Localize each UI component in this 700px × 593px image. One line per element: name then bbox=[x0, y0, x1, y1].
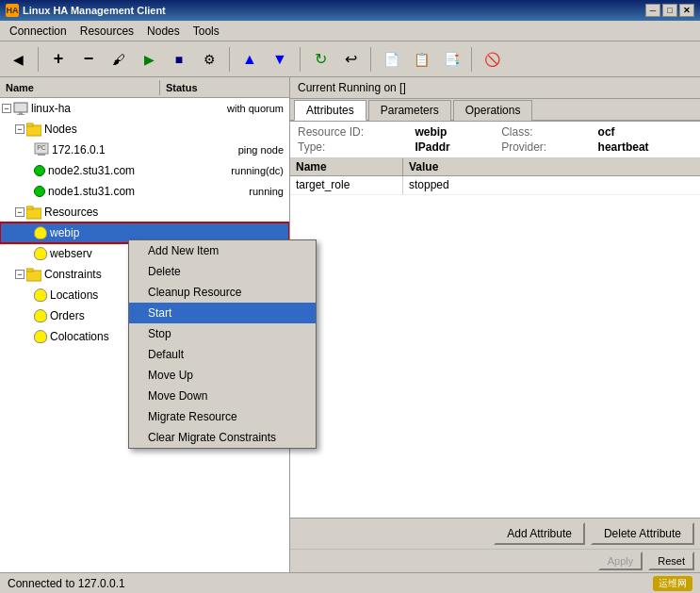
tree-status-node1: running bbox=[249, 186, 287, 197]
context-menu-stop[interactable]: Stop bbox=[129, 323, 316, 344]
context-menu-cleanup-resource[interactable]: Cleanup Resource bbox=[129, 282, 316, 303]
svg-rect-10 bbox=[26, 271, 41, 281]
tree-item-node2[interactable]: node2.stu31.com running(dc) bbox=[0, 160, 289, 181]
toolbar-cog-button[interactable]: ⚙ bbox=[195, 46, 223, 73]
toolbar-down-button[interactable]: ▼ bbox=[266, 46, 294, 73]
context-menu-move-down[interactable]: Move Down bbox=[129, 386, 316, 406]
menu-bar: Connection Resources Nodes Tools bbox=[0, 21, 700, 41]
tree-item-nodes[interactable]: − Nodes bbox=[0, 119, 289, 140]
toolbar-refresh-button[interactable]: ↻ bbox=[306, 46, 334, 73]
title-bar-left: HA Linux HA Management Client bbox=[6, 4, 166, 17]
tree-status-node2: running(dc) bbox=[231, 165, 287, 176]
tree-item-resources[interactable]: − Resources bbox=[0, 202, 289, 222]
tree-item-172[interactable]: PC 172.16.0.1 ping node bbox=[0, 140, 289, 160]
folder-icon-resources bbox=[26, 205, 41, 220]
tab-attributes[interactable]: Attributes bbox=[294, 100, 366, 121]
bottom-buttons: Add Attribute Delete Attribute bbox=[290, 518, 700, 549]
svg-text:PC: PC bbox=[37, 144, 46, 151]
toolbar: ◀ + − 🖌 ▶ ■ ⚙ ▲ ▼ ↻ ↩ 📄 📋 📑 🚫 bbox=[0, 41, 700, 77]
attr-row-name-0: target_role bbox=[290, 176, 403, 194]
svg-rect-9 bbox=[26, 206, 33, 209]
locations-bulb-icon bbox=[34, 288, 47, 302]
folder-icon-constraints bbox=[26, 267, 41, 282]
tree-header: Name Status bbox=[0, 77, 289, 98]
svg-rect-11 bbox=[26, 269, 33, 272]
toolbar-doc2-button[interactable]: 📋 bbox=[407, 46, 435, 73]
status-bar: Connected to 127.0.0.1 运维网 bbox=[0, 572, 700, 593]
toolbar-exit-button[interactable]: 🚫 bbox=[478, 46, 506, 73]
provider-value: heartbeat bbox=[598, 140, 692, 154]
tree-label-nodes: Nodes bbox=[44, 123, 77, 136]
apply-button[interactable]: Apply bbox=[598, 552, 643, 570]
svg-rect-6 bbox=[38, 154, 45, 156]
context-menu-delete[interactable]: Delete bbox=[129, 261, 316, 282]
context-menu-clear-migrate[interactable]: Clear Migrate Constraints bbox=[129, 427, 316, 448]
maximize-button[interactable]: □ bbox=[662, 4, 677, 17]
toolbar-add-button[interactable]: + bbox=[44, 46, 73, 73]
tab-parameters[interactable]: Parameters bbox=[368, 100, 451, 121]
colocations-bulb-icon bbox=[34, 330, 47, 343]
toolbar-undo-button[interactable]: ↩ bbox=[336, 46, 365, 73]
tree-label-locations: Locations bbox=[50, 288, 98, 302]
tree-label-colocations: Colocations bbox=[50, 330, 109, 343]
context-menu-start[interactable]: Start bbox=[129, 303, 316, 323]
tree-status-172: ping node bbox=[238, 144, 287, 156]
tree-status-col: Status bbox=[160, 80, 289, 95]
node2-status-icon bbox=[34, 165, 45, 176]
tree-toggle-nodes[interactable]: − bbox=[15, 124, 24, 134]
app-icon: HA bbox=[6, 4, 19, 17]
tree-label-webip: webip bbox=[50, 226, 79, 239]
tree-toggle-constraints[interactable]: − bbox=[15, 270, 24, 279]
context-menu-move-up[interactable]: Move Up bbox=[129, 365, 316, 386]
minimize-button[interactable]: ─ bbox=[645, 4, 660, 17]
delete-attribute-button[interactable]: Delete Attribute bbox=[591, 522, 694, 545]
toolbar-play-button[interactable]: ▶ bbox=[135, 46, 163, 73]
tree-label-orders: Orders bbox=[50, 309, 85, 322]
toolbar-brush-button[interactable]: 🖌 bbox=[105, 46, 133, 73]
toolbar-stop-button[interactable]: ■ bbox=[165, 46, 193, 73]
tree-label-constraints: Constraints bbox=[44, 268, 102, 281]
right-panel: Current Running on [] Attributes Paramet… bbox=[290, 77, 700, 572]
menu-nodes[interactable]: Nodes bbox=[141, 23, 186, 40]
tree-item-linux-ha[interactable]: − linux-ha with quorum bbox=[0, 98, 289, 119]
toolbar-doc1-button[interactable]: 📄 bbox=[377, 46, 405, 73]
tree-label-linux-ha: linux-ha bbox=[31, 102, 71, 115]
menu-resources[interactable]: Resources bbox=[74, 23, 139, 40]
context-menu-migrate-resource[interactable]: Migrate Resource bbox=[129, 406, 316, 427]
class-value: ocf bbox=[598, 125, 692, 139]
attributes-table: Name Value target_role stopped bbox=[290, 158, 700, 518]
tree-label-node2: node2.stu31.com bbox=[48, 164, 135, 177]
window-title: Linux HA Management Client bbox=[23, 5, 166, 16]
tree-item-node1[interactable]: node1.stu31.com running bbox=[0, 181, 289, 202]
tab-operations[interactable]: Operations bbox=[453, 100, 533, 121]
current-running-label: Current Running on [] bbox=[290, 77, 700, 99]
tree-label-172: 172.16.0.1 bbox=[52, 143, 106, 156]
menu-tools[interactable]: Tools bbox=[187, 23, 225, 40]
toolbar-sep-5 bbox=[471, 47, 472, 72]
tree-status-linux-ha: with quorum bbox=[227, 103, 287, 114]
computer-icon bbox=[13, 101, 28, 116]
class-label: Class: bbox=[501, 125, 590, 139]
context-menu-default[interactable]: Default bbox=[129, 344, 316, 365]
attr-name-col-header: Name bbox=[290, 158, 403, 175]
node1-status-icon bbox=[34, 186, 45, 197]
add-attribute-button[interactable]: Add Attribute bbox=[494, 522, 585, 545]
webserv-bulb-icon bbox=[34, 247, 47, 260]
menu-connection[interactable]: Connection bbox=[4, 23, 73, 40]
toolbar-back-button[interactable]: ◀ bbox=[4, 46, 32, 73]
tree-label-node1: node1.stu31.com bbox=[48, 185, 135, 198]
close-button[interactable]: ✕ bbox=[679, 4, 694, 17]
context-menu-add-new-item[interactable]: Add New Item bbox=[129, 240, 316, 261]
toolbar-page-button[interactable]: 📑 bbox=[437, 46, 465, 73]
svg-rect-0 bbox=[14, 103, 27, 112]
tree-toggle-linux-ha[interactable]: − bbox=[2, 104, 11, 113]
table-row[interactable]: target_role stopped bbox=[290, 176, 700, 195]
toolbar-sep-4 bbox=[370, 47, 371, 72]
toolbar-remove-button[interactable]: − bbox=[74, 46, 103, 73]
svg-rect-8 bbox=[26, 208, 41, 219]
main-area: Name Status − linux-ha with quorum − bbox=[0, 77, 700, 572]
toolbar-up-button[interactable]: ▲ bbox=[236, 46, 264, 73]
tree-toggle-resources[interactable]: − bbox=[15, 207, 24, 217]
resource-id-label: Resource ID: bbox=[298, 125, 407, 139]
reset-button[interactable]: Reset bbox=[648, 552, 694, 570]
